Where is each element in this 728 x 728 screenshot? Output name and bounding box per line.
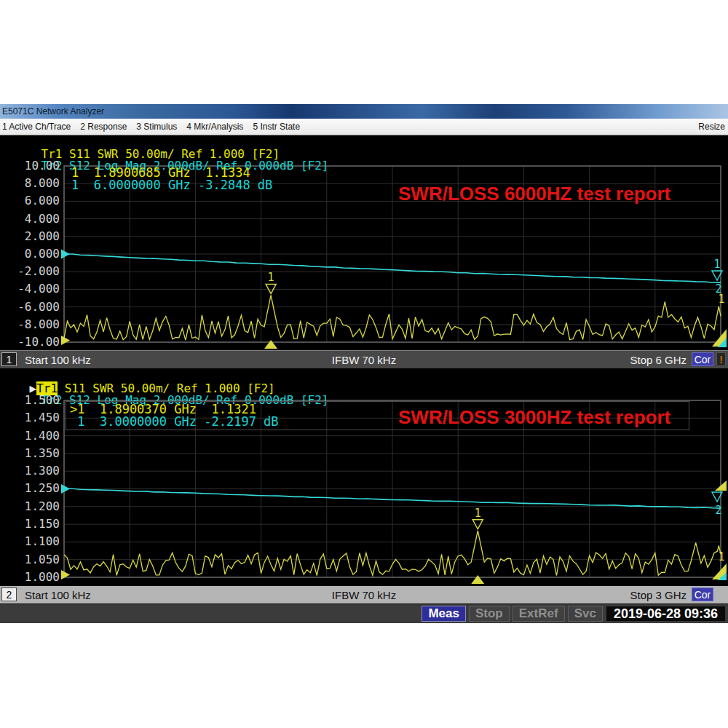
menu-bar: 1 Active Ch/Trace 2 Response 3 Stimulus … <box>0 119 728 135</box>
analyzer-screen <box>0 135 728 604</box>
y-axis-label: -4.000 <box>0 282 60 296</box>
menu-item-stimulus[interactable]: 3 Stimulus <box>136 122 177 132</box>
y-axis-label: -8.000 <box>0 318 60 331</box>
y-axis-label: 1.300 <box>0 464 60 478</box>
ch1-channel-number: 1 <box>1 352 17 366</box>
ch2-start-frequency: Start 100 kHz <box>25 586 91 604</box>
menu-item-resize[interactable]: Resize <box>698 122 725 132</box>
y-axis-label-ref-cyan: 0.000 <box>0 248 60 261</box>
y-axis-label: 6.000 <box>0 194 60 207</box>
ch2-cor-badge: Cor <box>692 587 713 601</box>
ch1-alert-icon: ! <box>716 352 726 366</box>
ch1-start-frequency: Start 100 kHz <box>25 351 91 368</box>
window-title: E5071C Network Analyzer <box>2 106 104 116</box>
status-bar: Meas Stop ExtRef Svc 2019-06-28 09:36 <box>0 604 728 623</box>
status-meas-badge: Meas <box>422 606 466 622</box>
status-svc-badge: Svc <box>568 606 603 622</box>
ch2-marker1-readout: >1 1.8900370 GHz 1.1321 <box>70 403 256 415</box>
y-axis-label: -2.000 <box>0 265 60 278</box>
y-axis-label: 1.500 <box>0 394 60 407</box>
ch1-annotation-text: SWR/LOSS 6000HZ test report <box>398 183 670 205</box>
ch2-marker2-readout: 1 3.0000000 GHz -2.2197 dB <box>70 416 279 427</box>
y-axis-label: 1.100 <box>0 535 60 548</box>
y-axis-label: 2.000 <box>0 230 60 243</box>
y-axis-label: 1.150 <box>0 518 60 531</box>
menu-item-instr-state[interactable]: 5 Instr State <box>253 122 300 132</box>
y-axis-label: 4.000 <box>0 213 60 226</box>
ch1-marker1-readout: 1 1.8900685 GHz 1.1334 <box>71 167 250 178</box>
y-axis-label: 8.000 <box>0 177 60 190</box>
y-axis-label: 1.350 <box>0 447 60 460</box>
y-axis-label: 1.250 <box>0 482 60 495</box>
menu-item-mkr-analysis[interactable]: 4 Mkr/Analysis <box>186 122 243 132</box>
ch1-ifbw: IFBW 70 kHz <box>332 351 396 368</box>
ch1-footer-bar: 1 Start 100 kHz IFBW 70 kHz Stop 6 GHz C… <box>0 350 728 368</box>
screenshot-root: E5071C Network Analyzer 1 Active Ch/Trac… <box>0 0 728 728</box>
y-axis-label: 1.050 <box>0 553 60 566</box>
y-axis-label: 1.200 <box>0 500 60 513</box>
menu-item-response[interactable]: 2 Response <box>80 122 127 132</box>
ch2-channel-number: 2 <box>1 587 17 601</box>
y-axis-label: -6.000 <box>0 301 60 314</box>
y-axis-label: 1.400 <box>0 430 60 443</box>
y-axis-label: 1.450 <box>0 411 60 424</box>
y-axis-label: 10.00 <box>0 159 60 173</box>
y-axis-label-ref-yellow: 1.000 <box>0 571 60 584</box>
status-extref-badge: ExtRef <box>513 606 565 622</box>
menu-item-active-ch-trace[interactable]: 1 Active Ch/Trace <box>2 122 71 132</box>
ch1-marker2-readout: 1 6.0000000 GHz -3.2848 dB <box>71 179 272 191</box>
y-axis-label: -10.00 <box>0 336 60 349</box>
ch1-stop-frequency: Stop 6 GHz <box>630 351 687 368</box>
status-datetime: 2019-06-28 09:36 <box>606 606 726 622</box>
ch2-footer-bar: 2 Start 100 kHz IFBW 70 kHz Stop 3 GHz C… <box>0 586 728 604</box>
window-titlebar: E5071C Network Analyzer <box>0 104 728 119</box>
ch1-cor-badge: Cor <box>692 352 713 366</box>
ch2-annotation-text: SWR/LOSS 3000HZ test report <box>398 406 670 429</box>
status-stop-badge: Stop <box>469 606 510 622</box>
ch2-stop-frequency: Stop 3 GHz <box>630 586 687 604</box>
ch2-ifbw: IFBW 70 kHz <box>332 586 396 604</box>
